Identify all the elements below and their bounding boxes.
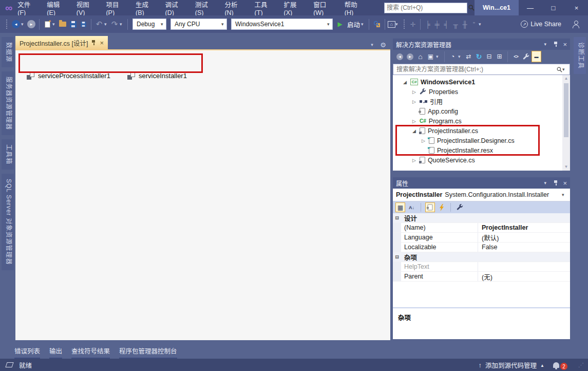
toolbar-grip[interactable]	[403, 19, 406, 29]
property-row-parent[interactable]: Parent (无)	[393, 272, 570, 282]
menu-test[interactable]: 测试(S)	[195, 0, 214, 16]
pin-icon[interactable]	[554, 41, 558, 47]
properties-titlebar[interactable]: 属性	[393, 177, 570, 189]
window-position-dropdown-icon[interactable]	[544, 42, 549, 47]
live-share-button[interactable]: Live Share	[530, 21, 561, 28]
open-file-button[interactable]	[58, 18, 68, 30]
navigate-back-dropdown-icon[interactable]	[21, 22, 26, 27]
navigate-back-button[interactable]	[11, 18, 21, 30]
pin-icon[interactable]	[91, 40, 96, 46]
active-files-dropdown-icon[interactable]	[371, 42, 376, 47]
preview-selected-items-icon[interactable]	[532, 51, 541, 62]
expander-closed-icon[interactable]	[411, 99, 417, 104]
expander-closed-icon[interactable]	[421, 138, 426, 143]
navigate-forward-button[interactable]	[26, 18, 36, 30]
redo-button[interactable]	[109, 18, 120, 30]
tree-item-windowsservice1[interactable]: C# WindowsService1	[393, 77, 570, 87]
categorized-view-icon[interactable]	[395, 202, 405, 212]
category-misc[interactable]: 杂项	[393, 252, 570, 262]
save-all-button[interactable]	[78, 18, 88, 30]
tree-item-programcs[interactable]: Program.cs	[393, 116, 570, 126]
solution-explorer-titlebar[interactable]: 解决方案资源管理器	[393, 39, 570, 50]
maximize-button[interactable]: □	[542, 0, 565, 15]
background-tasks-icon[interactable]	[5, 362, 13, 367]
switch-views-dropdown-icon[interactable]	[436, 54, 441, 59]
search-options-dropdown-icon[interactable]	[562, 67, 567, 72]
pin-icon[interactable]	[554, 180, 558, 186]
property-value[interactable]: False	[478, 244, 570, 251]
new-project-dropdown-icon[interactable]	[52, 22, 58, 27]
gear-icon[interactable]	[380, 40, 386, 49]
menu-debug[interactable]: 调试(D)	[165, 0, 184, 16]
close-panel-icon[interactable]	[563, 179, 567, 187]
view-code-icon[interactable]	[511, 51, 521, 62]
notifications-bell-icon[interactable]	[553, 362, 559, 368]
tree-item-projectinstaller-resx[interactable]: ProjectInstaller.resx	[393, 145, 570, 155]
solution-search-input[interactable]	[393, 66, 557, 73]
scroll-down-icon[interactable]: ▼	[564, 163, 568, 171]
collapse-category-icon[interactable]	[395, 254, 399, 259]
feedback-icon[interactable]	[571, 18, 581, 30]
menu-window[interactable]: 窗口(W)	[313, 0, 334, 16]
property-row-localizable[interactable]: Localizable False	[393, 243, 570, 252]
live-share-icon[interactable]: ↗	[521, 21, 528, 28]
refresh-icon[interactable]	[474, 51, 484, 62]
sidebar-tab-diagnostic-tools[interactable]: 诊断工具	[574, 37, 586, 74]
start-dropdown-icon[interactable]	[361, 22, 366, 27]
menu-edit[interactable]: 编辑(E)	[47, 0, 66, 16]
menu-view[interactable]: 视图(V)	[77, 0, 96, 16]
toolbar-grip[interactable]	[6, 19, 8, 29]
close-button[interactable]: ×	[565, 0, 588, 15]
menu-analyze[interactable]: 分析(N)	[224, 0, 243, 16]
undo-dropdown-icon[interactable]	[104, 22, 109, 27]
window-position-dropdown-icon[interactable]	[544, 180, 549, 186]
sync-with-active-document-icon[interactable]	[464, 51, 473, 62]
platform-dropdown[interactable]: Any CPU	[170, 18, 227, 30]
sidebar-tab-data-sources[interactable]: 数据源	[2, 37, 14, 67]
notification-badge[interactable]: 2	[560, 363, 567, 370]
menu-project[interactable]: 项目(P)	[106, 0, 125, 16]
source-control-menu-icon[interactable]	[540, 361, 544, 368]
component-service-process-installer[interactable]: serviceProcessInstaller1	[27, 72, 110, 80]
sidebar-tab-sql-server-object-explorer[interactable]: SQL Server 对象资源管理器	[2, 174, 14, 270]
selected-object-dropdown[interactable]: ProjectInstaller System.Configuration.In…	[393, 189, 570, 201]
expander-open-icon[interactable]	[411, 128, 417, 134]
show-all-files-icon[interactable]	[495, 51, 504, 62]
tree-item-references[interactable]: 引用	[393, 97, 570, 106]
save-button[interactable]	[68, 18, 78, 30]
scrollbar-thumb[interactable]	[564, 83, 568, 137]
resize-grip-icon[interactable]	[578, 362, 584, 368]
pending-changes-filter-icon[interactable]	[448, 51, 458, 62]
sidebar-tab-toolbox[interactable]: 工具箱	[2, 139, 14, 170]
startup-project-dropdown[interactable]: WindowsService1	[231, 18, 333, 30]
home-icon[interactable]	[415, 51, 425, 62]
designer-view-icon[interactable]: ⌂	[388, 21, 395, 28]
redo-dropdown-icon[interactable]	[120, 22, 125, 27]
property-value[interactable]: (默认)	[478, 233, 570, 243]
close-panel-icon[interactable]	[563, 41, 567, 48]
properties-wrench-icon[interactable]	[521, 51, 531, 62]
forward-icon[interactable]	[405, 51, 415, 62]
collapse-category-icon[interactable]	[395, 215, 399, 220]
add-to-source-control-button[interactable]: 添加到源代码管理	[485, 360, 537, 370]
quick-search-input[interactable]	[385, 4, 468, 11]
collapse-all-icon[interactable]	[484, 51, 494, 62]
tree-item-properties[interactable]: Properties	[393, 87, 570, 97]
tree-item-quoteservice[interactable]: QuoteService.cs	[393, 155, 570, 165]
property-value[interactable]: (无)	[478, 272, 570, 282]
property-row-language[interactable]: Language (默认)	[393, 233, 570, 243]
tree-scrollbar[interactable]: ▲ ▼	[562, 75, 570, 171]
menu-tools[interactable]: 工具(T)	[255, 0, 273, 16]
expander-open-icon[interactable]	[402, 80, 408, 85]
solution-explorer-search[interactable]	[393, 64, 570, 75]
sidebar-tab-server-explorer[interactable]: 服务器资源管理器	[2, 71, 14, 135]
property-row-name[interactable]: (Name) ProjectInstaller	[393, 223, 570, 233]
menu-file[interactable]: 文件(F)	[17, 0, 36, 16]
properties-view-icon[interactable]	[425, 202, 435, 212]
designer-dropdown-icon[interactable]	[395, 22, 401, 27]
configuration-dropdown[interactable]: Debug	[132, 18, 166, 30]
back-icon[interactable]	[395, 51, 405, 62]
close-tab-icon[interactable]	[100, 40, 104, 46]
start-debugging-icon[interactable]	[335, 18, 345, 30]
new-project-button[interactable]	[42, 18, 52, 30]
